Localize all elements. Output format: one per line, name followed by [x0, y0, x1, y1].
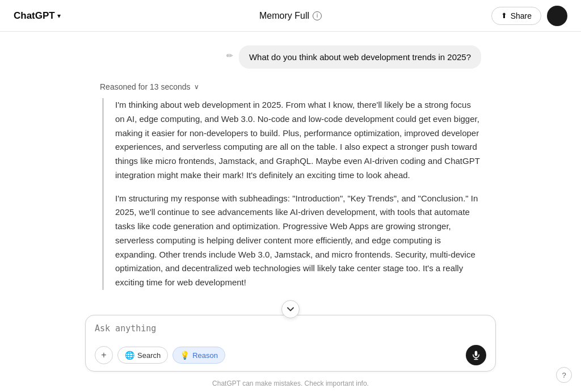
reasoning-paragraph-1: I'm thinking about web development in 20…	[115, 98, 481, 183]
mic-button[interactable]	[466, 345, 486, 365]
search-label: Search	[137, 351, 161, 360]
share-button[interactable]: ⬆ Share	[491, 7, 541, 25]
search-globe-icon: 🌐	[125, 351, 134, 360]
svg-rect-0	[475, 351, 478, 356]
reasoning-section: Reasoned for 13 seconds ∨ I'm thinking a…	[86, 82, 495, 290]
reasoning-toggle[interactable]: Reasoned for 13 seconds ∨	[100, 82, 481, 91]
header-left: ChatGPT ▾	[14, 10, 61, 22]
reasoning-text: I'm thinking about web development in 20…	[115, 98, 481, 290]
reasoning-chevron-icon: ∨	[194, 83, 199, 91]
logo-chevron-icon[interactable]: ▾	[57, 12, 61, 20]
header-right: ⬆ Share	[491, 6, 567, 26]
reason-lightbulb-icon: 💡	[180, 351, 190, 360]
logo-text[interactable]: ChatGPT	[14, 10, 55, 22]
search-button[interactable]: 🌐 Search	[117, 347, 168, 364]
main-content: ✏ What do you think about web developmen…	[0, 32, 581, 392]
header: ChatGPT ▾ Memory Full i ⬆ Share	[0, 0, 581, 32]
avatar[interactable]	[547, 6, 567, 26]
reasoning-label: Reasoned for 13 seconds	[100, 82, 191, 91]
help-button[interactable]: ?	[556, 367, 572, 383]
input-toolbar: + 🌐 Search 💡 Reason	[95, 345, 486, 365]
input-box: + 🌐 Search 💡 Reason	[85, 315, 496, 372]
user-bubble: What do you think about web development …	[239, 45, 481, 69]
plus-icon: +	[101, 350, 106, 360]
footer-note: ChatGPT can make mistakes. Check importa…	[0, 376, 581, 392]
reasoning-paragraph-2: I'm structuring my response with subhead…	[115, 192, 481, 290]
chat-area: ✏ What do you think about web developmen…	[0, 32, 581, 309]
reason-button[interactable]: 💡 Reason	[172, 347, 225, 364]
header-center: Memory Full i	[259, 11, 322, 21]
reasoning-box: I'm thinking about web development in 20…	[102, 98, 481, 290]
scroll-down-button[interactable]	[281, 300, 300, 318]
input-area: + 🌐 Search 💡 Reason	[0, 309, 581, 376]
reason-label: Reason	[192, 351, 218, 360]
info-icon[interactable]: i	[313, 11, 322, 20]
header-title: Memory Full	[259, 11, 309, 21]
add-button[interactable]: +	[95, 346, 113, 364]
chat-input[interactable]	[95, 323, 486, 337]
share-icon: ⬆	[501, 11, 507, 20]
user-message-row: ✏ What do you think about web developmen…	[86, 45, 495, 69]
edit-icon[interactable]: ✏	[226, 51, 233, 60]
